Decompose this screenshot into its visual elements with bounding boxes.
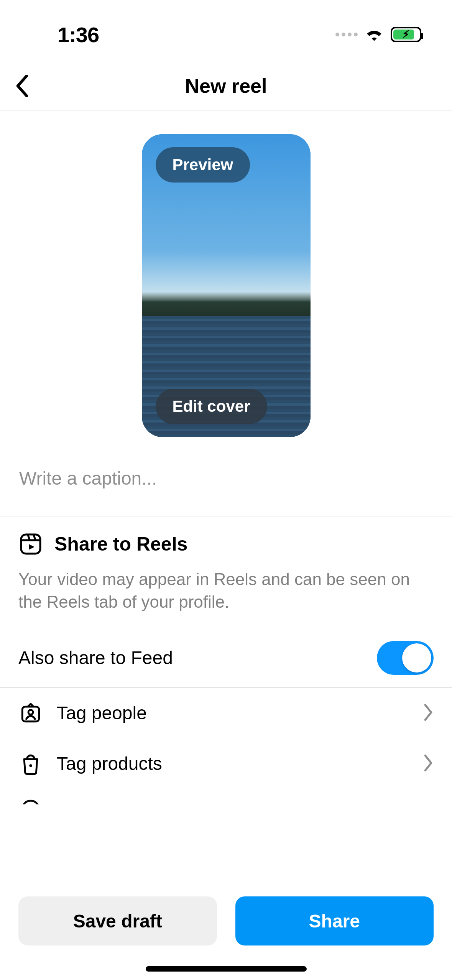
reel-thumbnail[interactable]: Preview Edit cover bbox=[142, 134, 311, 437]
svg-point-7 bbox=[22, 801, 39, 804]
svg-point-6 bbox=[29, 764, 32, 767]
tag-people-icon bbox=[18, 701, 43, 725]
status-indicators: ⚡︎ bbox=[335, 26, 421, 43]
chevron-right-icon bbox=[423, 755, 434, 773]
share-to-reels-section: Share to Reels Your video may appear in … bbox=[0, 516, 452, 629]
partial-row[interactable] bbox=[0, 789, 452, 804]
content-scroll[interactable]: Preview Edit cover Share to Reels Your v… bbox=[0, 111, 452, 884]
status-time: 1:36 bbox=[58, 22, 99, 47]
circle-icon bbox=[18, 797, 43, 804]
tag-people-label: Tag people bbox=[57, 702, 147, 723]
wifi-icon bbox=[365, 26, 384, 43]
status-bar: 1:36 ⚡︎ bbox=[0, 0, 452, 61]
cellular-icon bbox=[335, 33, 358, 36]
save-draft-button[interactable]: Save draft bbox=[18, 896, 217, 945]
chevron-right-icon bbox=[423, 704, 434, 722]
back-button[interactable] bbox=[11, 74, 34, 97]
share-button[interactable]: Share bbox=[235, 896, 434, 945]
share-to-reels-title: Share to Reels bbox=[54, 533, 187, 555]
reels-icon bbox=[18, 532, 43, 556]
also-share-feed-label: Also share to Feed bbox=[18, 647, 173, 668]
home-indicator[interactable] bbox=[146, 966, 307, 972]
nav-header: New reel bbox=[0, 61, 452, 111]
tag-products-row[interactable]: Tag products bbox=[0, 738, 452, 789]
svg-rect-0 bbox=[21, 534, 40, 554]
reel-preview-area: Preview Edit cover bbox=[0, 111, 452, 452]
tag-products-label: Tag products bbox=[57, 753, 162, 774]
also-share-feed-row: Also share to Feed bbox=[0, 629, 452, 687]
page-title: New reel bbox=[0, 74, 452, 97]
preview-button[interactable]: Preview bbox=[156, 147, 250, 183]
tag-people-row[interactable]: Tag people bbox=[0, 688, 452, 738]
svg-point-5 bbox=[28, 710, 33, 714]
caption-input[interactable] bbox=[19, 468, 433, 489]
battery-icon: ⚡︎ bbox=[391, 27, 421, 42]
edit-cover-button[interactable]: Edit cover bbox=[156, 389, 267, 424]
shopping-bag-icon bbox=[18, 751, 43, 776]
caption-row bbox=[0, 452, 452, 516]
share-to-reels-subtitle: Your video may appear in Reels and can b… bbox=[18, 568, 434, 613]
bottom-action-bar: Save draft Share bbox=[0, 885, 452, 980]
also-share-feed-toggle[interactable] bbox=[377, 641, 434, 675]
